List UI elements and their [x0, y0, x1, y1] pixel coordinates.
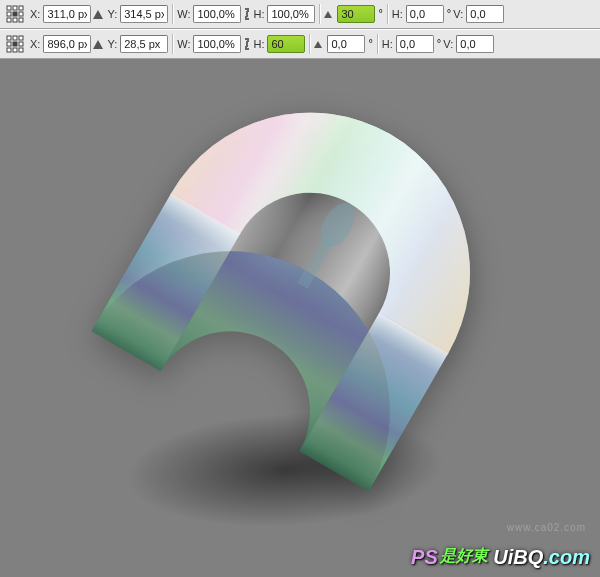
- svg-rect-15: [19, 42, 23, 46]
- angle-icon: [314, 41, 322, 48]
- rotate-input[interactable]: [327, 35, 365, 53]
- transform-toolbar-1: X: Y: W: H: H: V:: [0, 0, 600, 29]
- h-field: H:: [253, 35, 305, 53]
- skew-v-field: V:: [453, 5, 504, 23]
- degree-symbol: [437, 38, 441, 50]
- skew-v-label: V:: [443, 38, 453, 50]
- svg-rect-14: [13, 42, 17, 46]
- svg-rect-12: [19, 36, 23, 40]
- svg-rect-7: [13, 18, 17, 22]
- canvas-area[interactable]: www.ca02.com PS是好東 UiBQ.com: [0, 60, 600, 577]
- rotate-input[interactable]: [337, 5, 375, 23]
- glass-shape: [85, 90, 515, 520]
- separator: [319, 4, 320, 24]
- svg-rect-3: [7, 12, 11, 16]
- degree-symbol: [368, 38, 372, 50]
- y-field: Y:: [107, 5, 168, 23]
- h-input[interactable]: [267, 5, 315, 23]
- svg-rect-5: [19, 12, 23, 16]
- skew-h-label: H:: [392, 8, 403, 20]
- svg-rect-8: [19, 18, 23, 22]
- skew-v-input[interactable]: [466, 5, 504, 23]
- h-field: H:: [253, 5, 315, 23]
- x-field: X:: [30, 5, 91, 23]
- x-input[interactable]: [43, 5, 91, 23]
- transform-toolbar-2: X: Y: W: H: H: V:: [0, 29, 600, 59]
- svg-rect-0: [7, 6, 11, 10]
- degree-symbol: [378, 8, 382, 20]
- rotate-field: [314, 35, 372, 53]
- link-icon[interactable]: [243, 7, 251, 21]
- svg-rect-13: [7, 42, 11, 46]
- svg-rect-18: [19, 48, 23, 52]
- skew-h-input[interactable]: [406, 5, 444, 23]
- w-input[interactable]: [193, 35, 241, 53]
- h-input[interactable]: [267, 35, 305, 53]
- w-input[interactable]: [193, 5, 241, 23]
- watermark-main: UiBQ: [493, 546, 543, 568]
- svg-rect-16: [7, 48, 11, 52]
- reference-point-icon[interactable]: [4, 3, 26, 25]
- separator: [377, 34, 378, 54]
- watermark-ps: PS: [411, 546, 438, 568]
- relative-position-icon[interactable]: [93, 40, 103, 49]
- svg-rect-6: [7, 18, 11, 22]
- svg-rect-17: [13, 48, 17, 52]
- separator: [172, 4, 173, 24]
- y-label: Y:: [107, 38, 117, 50]
- skew-h-input[interactable]: [396, 35, 434, 53]
- w-label: W:: [177, 8, 190, 20]
- separator: [172, 34, 173, 54]
- svg-rect-9: [246, 11, 248, 17]
- y-label: Y:: [107, 8, 117, 20]
- watermark-suffix: .com: [543, 546, 590, 568]
- skew-v-field: V:: [443, 35, 494, 53]
- x-label: X:: [30, 38, 40, 50]
- rotate-field: [324, 5, 382, 23]
- svg-rect-10: [7, 36, 11, 40]
- y-input[interactable]: [120, 5, 168, 23]
- svg-rect-11: [13, 36, 17, 40]
- w-label: W:: [177, 38, 190, 50]
- reference-point-icon[interactable]: [4, 33, 26, 55]
- skew-v-label: V:: [453, 8, 463, 20]
- w-field: W:: [177, 5, 241, 23]
- relative-position-icon[interactable]: [93, 10, 103, 19]
- svg-rect-4: [13, 12, 17, 16]
- y-field: Y:: [107, 35, 168, 53]
- x-label: X:: [30, 8, 40, 20]
- watermark: PS是好東 UiBQ.com: [411, 546, 590, 569]
- degree-symbol: [447, 8, 451, 20]
- y-input[interactable]: [120, 35, 168, 53]
- svg-rect-19: [246, 41, 248, 47]
- skew-h-label: H:: [382, 38, 393, 50]
- x-input[interactable]: [43, 35, 91, 53]
- link-icon[interactable]: [243, 37, 251, 51]
- svg-rect-2: [19, 6, 23, 10]
- watermark-sub: www.ca02.com: [507, 522, 586, 533]
- w-field: W:: [177, 35, 241, 53]
- angle-icon: [324, 11, 332, 18]
- separator: [387, 4, 388, 24]
- h-label: H:: [253, 8, 264, 20]
- x-field: X:: [30, 35, 91, 53]
- skew-v-input[interactable]: [456, 35, 494, 53]
- svg-rect-1: [13, 6, 17, 10]
- h-label: H:: [253, 38, 264, 50]
- separator: [309, 34, 310, 54]
- watermark-cn: 是好東: [440, 547, 488, 564]
- skew-h-field: H:: [392, 5, 451, 23]
- skew-h-field: H:: [382, 35, 441, 53]
